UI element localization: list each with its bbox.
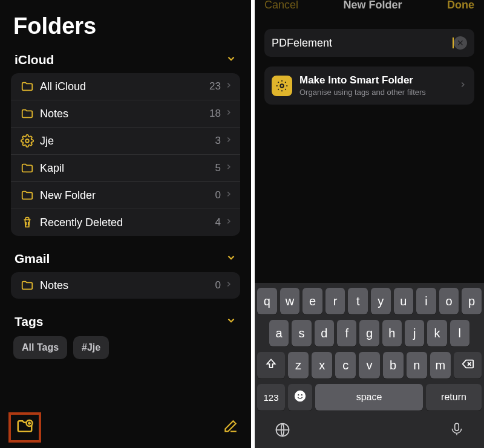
new-folder-screen: Cancel New Folder Done PDFelement ✕ Make…: [255, 0, 484, 448]
shift-icon: [265, 358, 277, 373]
folder-row-new-folder[interactable]: New Folder 0: [11, 182, 240, 209]
svg-point-9: [301, 394, 302, 395]
key-o[interactable]: o: [439, 288, 459, 314]
key-q[interactable]: q: [257, 288, 277, 314]
folder-count: 0: [215, 189, 224, 201]
key-r[interactable]: r: [325, 288, 345, 314]
key-i[interactable]: i: [416, 288, 436, 314]
done-button[interactable]: Done: [447, 0, 474, 10]
chevron-down-icon: [226, 315, 237, 328]
section-header-icloud[interactable]: iCloud: [11, 48, 240, 73]
key-space[interactable]: space: [315, 384, 423, 411]
new-folder-button[interactable]: [8, 412, 41, 443]
folder-name-input[interactable]: PDFelement ✕: [264, 29, 474, 57]
bottom-toolbar: [0, 411, 251, 448]
smart-folder-row-jje[interactable]: Jje 3: [11, 128, 240, 155]
key-l[interactable]: l: [450, 320, 469, 346]
folders-screen: Folders iCloud All iCloud 23 Notes 18 Jj…: [0, 0, 255, 448]
chevron-right-icon: [224, 163, 233, 174]
keyboard: q w e r t y u i o p a s d f g h j k l z: [255, 283, 484, 448]
input-value: PDFelement: [272, 37, 454, 48]
key-backspace[interactable]: [454, 352, 482, 378]
key-f[interactable]: f: [337, 320, 356, 346]
key-x[interactable]: x: [312, 352, 332, 378]
tags-row: All Tags #Jje: [11, 335, 240, 365]
folder-name: Jje: [36, 135, 215, 148]
cancel-button[interactable]: Cancel: [264, 0, 298, 10]
gmail-group: Notes 0: [11, 272, 240, 299]
key-a[interactable]: a: [269, 320, 289, 346]
section-header-gmail[interactable]: Gmail: [11, 247, 240, 272]
chevron-right-icon: [224, 135, 233, 146]
page-title: Folders: [13, 13, 240, 39]
tag-jje[interactable]: #Jje: [73, 336, 109, 359]
folder-count: 18: [209, 108, 224, 120]
key-s[interactable]: s: [292, 320, 311, 346]
icloud-group: All iCloud 23 Notes 18 Jje 3 Kapil 5 New…: [11, 73, 240, 236]
clear-input-button[interactable]: ✕: [454, 36, 467, 50]
chevron-right-icon: [224, 217, 233, 228]
folder-icon: [18, 189, 36, 202]
key-c[interactable]: c: [335, 352, 356, 378]
chevron-down-icon: [226, 53, 237, 67]
folder-row-recently-deleted[interactable]: Recently Deleted 4: [11, 209, 240, 236]
smart-folder-title: Make Into Smart Folder: [299, 74, 459, 86]
folder-icon: [18, 161, 36, 175]
key-w[interactable]: w: [280, 288, 300, 314]
mic-icon: [449, 429, 465, 439]
folder-row-gmail-notes[interactable]: Notes 0: [11, 272, 240, 299]
folder-icon: [18, 107, 36, 120]
dictation-button[interactable]: [449, 421, 465, 441]
key-m[interactable]: m: [430, 352, 451, 378]
key-k[interactable]: k: [427, 320, 446, 346]
compose-icon: [223, 418, 238, 437]
smart-folder-text: Make Into Smart Folder Organise using ta…: [299, 74, 459, 97]
folder-name: New Folder: [36, 189, 215, 202]
key-t[interactable]: t: [348, 288, 368, 314]
folder-name: Kapil: [36, 162, 215, 175]
chevron-right-icon: [224, 190, 233, 201]
section-label: iCloud: [15, 53, 54, 67]
chevron-down-icon: [226, 252, 237, 265]
make-smart-folder-row[interactable]: Make Into Smart Folder Organise using ta…: [264, 67, 474, 105]
svg-point-8: [298, 394, 299, 395]
key-y[interactable]: y: [371, 288, 391, 314]
emoji-icon: [293, 389, 307, 406]
folder-row-kapil[interactable]: Kapil 5: [11, 155, 240, 182]
key-emoji[interactable]: [288, 384, 312, 411]
folder-plus-icon: [16, 417, 34, 438]
key-numbers[interactable]: 123: [257, 384, 285, 411]
folder-row-notes[interactable]: Notes 18: [11, 100, 240, 128]
section-header-tags[interactable]: Tags: [11, 310, 240, 335]
gear-icon: [272, 76, 292, 96]
key-d[interactable]: d: [315, 320, 334, 346]
globe-button[interactable]: [274, 421, 291, 441]
svg-point-7: [295, 390, 306, 401]
nav-bar: Cancel New Folder Done: [255, 0, 484, 10]
tag-all-tags[interactable]: All Tags: [13, 336, 67, 359]
folder-row-all-icloud[interactable]: All iCloud 23: [11, 73, 240, 100]
trash-icon: [18, 216, 36, 229]
key-h[interactable]: h: [382, 320, 402, 346]
key-b[interactable]: b: [383, 352, 404, 378]
compose-button[interactable]: [218, 415, 243, 440]
key-j[interactable]: j: [405, 320, 424, 346]
nav-title: New Folder: [344, 0, 402, 10]
key-u[interactable]: u: [394, 288, 414, 314]
folder-count: 23: [209, 80, 224, 93]
key-e[interactable]: e: [302, 288, 322, 314]
folder-name: Notes: [36, 279, 215, 292]
folder-name: Recently Deleted: [36, 216, 215, 229]
key-p[interactable]: p: [462, 288, 482, 314]
chevron-right-icon: [224, 81, 233, 92]
key-n[interactable]: n: [407, 352, 427, 378]
gear-icon: [18, 134, 36, 148]
globe-icon: [274, 430, 291, 440]
key-g[interactable]: g: [359, 320, 379, 346]
key-return[interactable]: return: [426, 384, 482, 411]
folder-name: All iCloud: [36, 80, 209, 93]
key-shift[interactable]: [257, 352, 285, 378]
key-v[interactable]: v: [359, 352, 379, 378]
section-label: Gmail: [15, 252, 50, 266]
key-z[interactable]: z: [288, 352, 309, 378]
